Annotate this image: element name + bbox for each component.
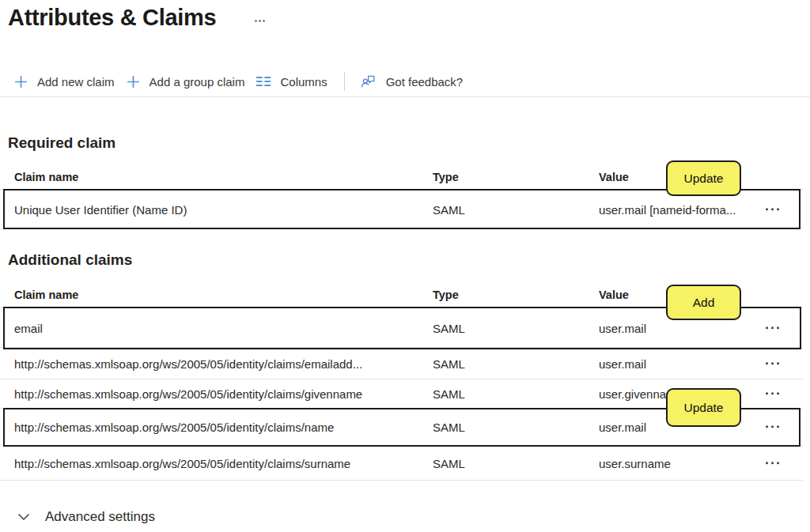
row-actions-button[interactable] xyxy=(764,359,781,368)
toolbar-separator xyxy=(344,72,345,91)
claim-row-unique-user-identifier[interactable]: Unique User Identifier (Name ID) SAML us… xyxy=(0,190,803,229)
add-group-claim-label: Add a group claim xyxy=(150,75,245,89)
advanced-settings-label: Advanced settings xyxy=(45,509,155,525)
column-header-type: Type xyxy=(433,289,459,301)
additional-claims-table: Claim name Type Value email SAML user.ma… xyxy=(0,281,803,481)
columns-button[interactable]: Columns xyxy=(256,75,327,89)
claim-type-cell: SAML xyxy=(433,387,465,401)
columns-icon xyxy=(256,76,271,87)
additional-claims-heading: Additional claims xyxy=(8,251,132,269)
row-actions-button[interactable] xyxy=(764,422,781,431)
required-claim-table-header: Claim name Type Value xyxy=(0,164,803,190)
add-new-claim-button[interactable]: Add new claim xyxy=(14,75,115,89)
claim-name-cell: http://schemas.xmlsoap.org/ws/2005/05/id… xyxy=(14,357,362,370)
claim-type-cell: SAML xyxy=(433,456,465,470)
claim-row-name[interactable]: http://schemas.xmlsoap.org/ws/2005/05/id… xyxy=(0,409,803,446)
got-feedback-label: Got feedback? xyxy=(386,75,464,89)
column-header-type: Type xyxy=(433,171,459,183)
toolbar-divider xyxy=(0,96,810,97)
claim-type-cell: SAML xyxy=(433,421,465,434)
chevron-down-icon xyxy=(17,513,30,521)
row-actions-button[interactable] xyxy=(764,323,781,332)
claim-value-cell: user.surname xyxy=(599,456,671,470)
required-claim-table: Claim name Type Value Unique User Identi… xyxy=(0,164,803,229)
row-actions-button[interactable] xyxy=(764,205,781,213)
claim-row-email[interactable]: email SAML user.mail xyxy=(0,308,803,348)
claim-row-givenname[interactable]: http://schemas.xmlsoap.org/ws/2005/05/id… xyxy=(0,379,803,409)
claim-name-cell: email xyxy=(14,321,43,334)
claim-row-emailaddress[interactable]: http://schemas.xmlsoap.org/ws/2005/05/id… xyxy=(0,348,803,379)
row-actions-button[interactable] xyxy=(764,389,781,398)
claim-value-cell: user.mail xyxy=(599,321,646,334)
columns-label: Columns xyxy=(280,75,327,89)
claim-name-cell: Unique User Identifier (Name ID) xyxy=(14,202,187,216)
attributes-claims-page: Attributes & Claims Add new claim Add a … xyxy=(0,0,810,532)
claim-name-cell: http://schemas.xmlsoap.org/ws/2005/05/id… xyxy=(14,456,350,470)
additional-claims-table-header: Claim name Type Value xyxy=(0,281,803,308)
claim-name-cell: http://schemas.xmlsoap.org/ws/2005/05/id… xyxy=(14,387,362,401)
column-header-claim-name: Claim name xyxy=(14,171,78,183)
claim-value-cell: user.mail xyxy=(599,421,646,434)
column-header-value: Value xyxy=(599,289,629,301)
claim-name-cell: http://schemas.xmlsoap.org/ws/2005/05/id… xyxy=(14,421,334,434)
claim-type-cell: SAML xyxy=(433,202,465,216)
got-feedback-button[interactable]: Got feedback? xyxy=(361,74,464,89)
claim-value-cell: user.givenname xyxy=(599,387,683,401)
column-header-claim-name: Claim name xyxy=(14,289,78,301)
add-new-claim-label: Add new claim xyxy=(37,75,115,89)
claim-value-cell: user.mail [nameid-forma... xyxy=(599,202,736,216)
claim-row-surname[interactable]: http://schemas.xmlsoap.org/ws/2005/05/id… xyxy=(0,446,803,481)
required-claim-heading: Required claim xyxy=(8,134,115,152)
title-more-options-button[interactable] xyxy=(253,18,267,24)
claim-type-cell: SAML xyxy=(433,321,465,334)
column-header-value: Value xyxy=(599,171,629,183)
add-group-claim-button[interactable]: Add a group claim xyxy=(127,75,245,89)
page-title: Attributes & Claims xyxy=(8,5,216,31)
plus-icon xyxy=(127,75,140,89)
command-bar: Add new claim Add a group claim Columns … xyxy=(14,70,475,93)
feedback-icon xyxy=(361,74,377,89)
claim-value-cell: user.mail xyxy=(599,357,646,370)
row-actions-button[interactable] xyxy=(764,458,781,467)
plus-icon xyxy=(14,75,28,89)
advanced-settings-toggle[interactable]: Advanced settings xyxy=(17,509,155,525)
claim-type-cell: SAML xyxy=(433,357,465,370)
